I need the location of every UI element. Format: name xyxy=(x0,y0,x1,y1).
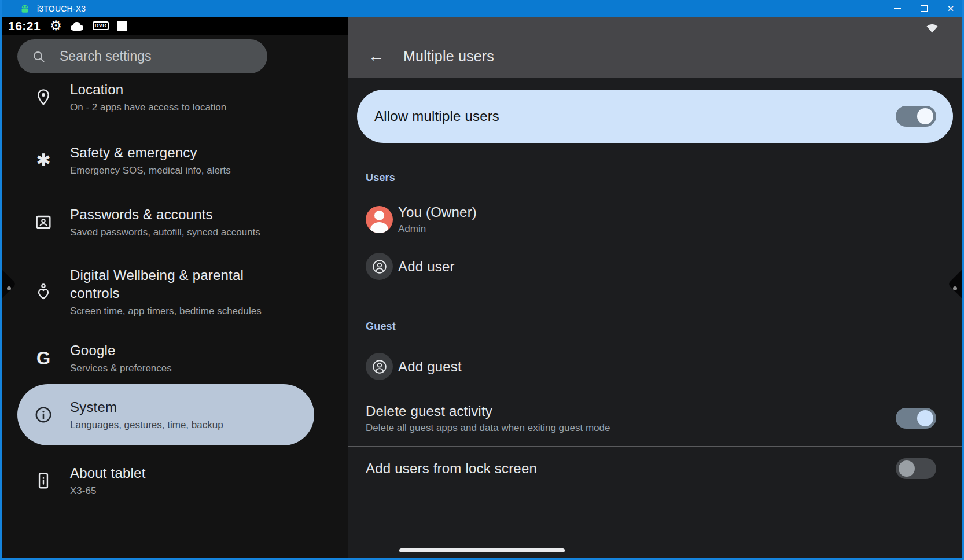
allow-multiple-users-toggle[interactable] xyxy=(896,106,936,127)
google-g-icon: G xyxy=(31,349,56,367)
minimize-icon xyxy=(894,8,901,9)
status-time: 16:21 xyxy=(8,19,41,33)
sidebar-item-subtitle: Languages, gestures, time, backup xyxy=(70,419,223,432)
screenshot-square-icon xyxy=(117,21,127,31)
sidebar-item-about-tablet[interactable]: About tablet X3-65 xyxy=(17,455,314,507)
back-arrow-icon: ← xyxy=(368,48,384,64)
wifi-icon xyxy=(925,21,939,34)
toggle-thumb xyxy=(917,410,933,426)
sidebar-item-location[interactable]: Location On - 2 apps have access to loca… xyxy=(17,71,314,123)
sidebar-item-google[interactable]: G Google Services & preferences xyxy=(17,332,314,384)
allow-multiple-users-card[interactable]: Allow multiple users xyxy=(357,90,953,143)
sidebar-item-digital-wellbeing[interactable]: Digital Wellbeing & parental controls Sc… xyxy=(17,256,314,327)
sidebar-item-system[interactable]: System Languages, gestures, time, backup xyxy=(17,384,314,445)
delete-guest-title: Delete guest activity xyxy=(366,403,610,420)
delete-guest-subtitle: Delete all guest apps and data when exit… xyxy=(366,422,610,434)
cloud-icon xyxy=(70,21,84,31)
add-guest-icon xyxy=(366,353,393,380)
section-label-guest: Guest xyxy=(366,320,396,333)
left-edge-handle-dot xyxy=(7,286,11,290)
user-row-owner[interactable]: You (Owner) Admin xyxy=(366,204,477,235)
owner-subtitle: Admin xyxy=(398,223,477,235)
id-card-person-icon xyxy=(31,213,56,231)
tablet-info-icon xyxy=(31,471,56,490)
minimize-button[interactable] xyxy=(884,0,911,17)
sidebar-item-title: About tablet xyxy=(70,464,146,482)
right-edge-handle-dot xyxy=(953,286,957,290)
close-icon: ✕ xyxy=(947,4,955,13)
owner-title: You (Owner) xyxy=(398,204,477,221)
close-button[interactable]: ✕ xyxy=(937,0,964,17)
sidebar-item-title: Google xyxy=(70,341,172,359)
lock-screen-row[interactable]: Add users from lock screen xyxy=(348,454,962,484)
status-bar: 16:21 ⚙ DVR xyxy=(2,17,348,35)
lock-screen-toggle[interactable] xyxy=(896,458,936,479)
add-guest-row[interactable]: Add guest xyxy=(366,353,462,380)
maximize-icon xyxy=(921,5,928,12)
add-guest-label: Add guest xyxy=(398,359,462,374)
lock-screen-title: Add users from lock screen xyxy=(366,460,537,476)
window-titlebar: i3TOUCH-X3 ✕ xyxy=(0,0,964,17)
section-label-users: Users xyxy=(366,172,395,184)
sidebar-item-title: Location xyxy=(70,80,226,98)
back-button[interactable]: ← xyxy=(366,46,386,66)
location-pin-icon xyxy=(31,88,56,106)
sidebar-item-subtitle: On - 2 apps have access to location xyxy=(70,101,226,114)
delete-guest-toggle[interactable] xyxy=(896,408,936,429)
asterisk-icon: ✱ xyxy=(31,152,56,169)
wellbeing-heart-icon xyxy=(31,282,56,301)
info-circle-icon xyxy=(31,405,56,425)
sidebar-item-title: Digital Wellbeing & parental controls xyxy=(70,266,296,302)
sidebar-item-subtitle: Services & preferences xyxy=(70,362,172,375)
detail-pane: ← Multiple users Allow multiple users Us… xyxy=(348,17,962,558)
search-input[interactable] xyxy=(60,49,256,64)
search-icon xyxy=(32,50,46,64)
page-title: Multiple users xyxy=(403,48,494,65)
delete-guest-row[interactable]: Delete guest activity Delete all guest a… xyxy=(348,400,962,436)
search-bar[interactable] xyxy=(17,39,267,73)
dvr-icon: DVR xyxy=(93,21,109,30)
allow-multiple-users-label: Allow multiple users xyxy=(374,108,499,124)
gear-icon: ⚙ xyxy=(50,19,62,32)
sidebar-item-safety-emergency[interactable]: ✱ Safety & emergency Emergency SOS, medi… xyxy=(17,134,314,186)
add-user-row[interactable]: Add user xyxy=(366,253,455,280)
app-window: i3TOUCH-X3 ✕ 16:21 ⚙ DVR xyxy=(0,0,964,560)
sidebar-item-subtitle: X3-65 xyxy=(70,485,146,498)
add-user-label: Add user xyxy=(398,259,455,274)
sidebar-item-passwords-accounts[interactable]: Passwords & accounts Saved passwords, au… xyxy=(17,196,314,248)
settings-sidebar: 16:21 ⚙ DVR Location On - 2 apps have ac… xyxy=(2,17,348,558)
gesture-bar[interactable] xyxy=(399,548,565,552)
detail-header: ← Multiple users xyxy=(348,17,962,78)
add-user-icon xyxy=(366,253,393,280)
sidebar-item-subtitle: Screen time, app timers, bedtime schedul… xyxy=(70,305,296,318)
android-logo-icon xyxy=(19,3,31,14)
toggle-thumb xyxy=(899,460,915,477)
sidebar-item-subtitle: Saved passwords, autofill, synced accoun… xyxy=(70,226,260,239)
divider xyxy=(348,446,962,447)
sidebar-item-subtitle: Emergency SOS, medical info, alerts xyxy=(70,164,231,177)
sidebar-item-title: Safety & emergency xyxy=(70,143,231,161)
maximize-button[interactable] xyxy=(911,0,937,17)
toggle-thumb xyxy=(917,108,933,124)
sidebar-item-title: Passwords & accounts xyxy=(70,205,260,223)
sidebar-item-title: System xyxy=(70,398,223,416)
owner-avatar-icon xyxy=(366,206,393,233)
window-title: i3TOUCH-X3 xyxy=(37,4,86,13)
